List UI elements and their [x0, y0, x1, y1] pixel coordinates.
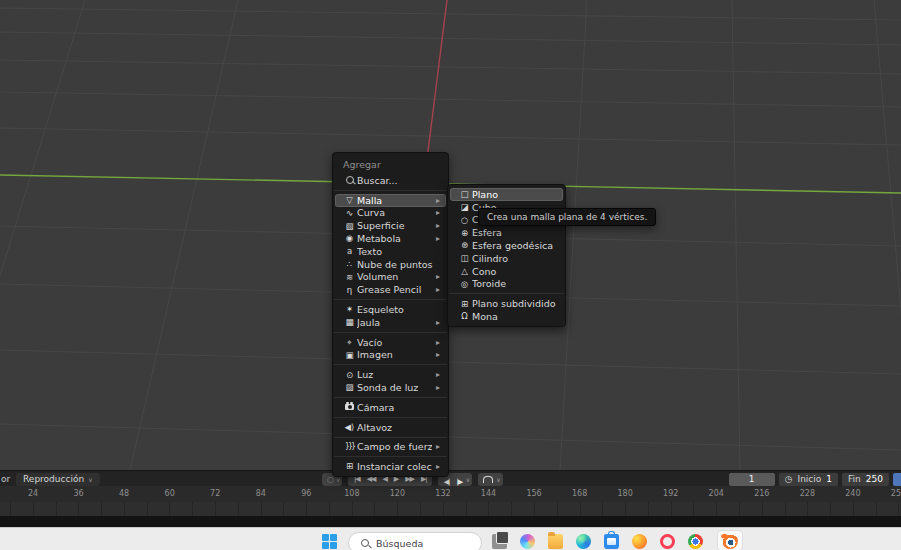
file-explorer-icon[interactable]	[548, 534, 563, 549]
edge-icon[interactable]	[576, 534, 591, 549]
menu-item-label: Sonda de luz	[357, 382, 432, 393]
menu-item-label: Esfera geodésica	[472, 240, 557, 251]
current-frame-field[interactable]: 1	[729, 473, 775, 486]
menu-item-cilindro[interactable]: ◫Cilindro	[450, 252, 563, 265]
cone-icon: △	[457, 267, 472, 276]
menu-item-sonda-de-luz[interactable]: ▨Sonda de luz▸	[335, 381, 446, 394]
menu-item-grease-pencil[interactable]: ηGrease Pencil▸	[335, 283, 446, 296]
menu-separator	[449, 293, 564, 294]
ruler-frame-label: 252	[891, 489, 901, 498]
clipped-blue-button[interactable]	[893, 473, 901, 486]
menu-item-buscar[interactable]: Buscar...	[335, 174, 446, 187]
surface-icon: ▧	[342, 222, 357, 231]
add-menu: Agregar Buscar... ▽Malla▸∿Curva▸▧Superfi…	[332, 152, 449, 477]
menu-separator	[334, 364, 447, 365]
pointcloud-icon: ∴	[342, 260, 357, 269]
grid-icon: ⊞	[457, 300, 472, 309]
chevron-down-icon[interactable]: ∨	[466, 476, 470, 483]
ruler-frame-label: 204	[709, 489, 724, 498]
menu-item-camara[interactable]: Cámara	[335, 401, 446, 414]
ruler-frame-label: 156	[526, 489, 541, 498]
frame-start-field[interactable]: ◷ Inicio 1	[779, 473, 838, 486]
menu-item-volumen[interactable]: ≋Volumen▸	[335, 271, 446, 284]
menu-item-label: Curva	[357, 207, 432, 218]
menu-item-label: Cilindro	[472, 253, 557, 264]
menu-item-metabola[interactable]: ◉Metabola▸	[335, 232, 446, 245]
ruler-frame-label: 216	[754, 489, 769, 498]
mesh-submenu: □Plano◪Cubo○Círculo⊕Esfera⊛Esfera geodés…	[447, 184, 566, 327]
frame-forward-button[interactable]: |▶	[453, 478, 466, 486]
menu-item-label: Esqueleto	[357, 304, 440, 315]
frame-end-field[interactable]: Fin 250	[842, 473, 889, 486]
opera-icon[interactable]	[660, 534, 675, 549]
menu-item-cono[interactable]: △Cono	[450, 265, 563, 278]
menu-item-instanciar-coleccion[interactable]: ⊞Instanciar colección▸	[335, 460, 446, 473]
menu-item-jaula[interactable]: ▦Jaula▸	[335, 316, 446, 329]
ruler-frame-label: 120	[390, 489, 405, 498]
volume-icon: ≋	[342, 273, 357, 282]
snap-magnet-icon[interactable]	[483, 476, 493, 483]
end-value: 250	[866, 474, 883, 484]
menu-item-curva[interactable]: ∿Curva▸	[335, 207, 446, 220]
ruler-frame-label: 168	[572, 489, 587, 498]
menu-item-label: Campo de fuerza	[357, 441, 432, 452]
cut-menu-text: or	[1, 474, 10, 484]
submenu-arrow-icon: ▸	[436, 196, 440, 205]
image-icon: ▣	[342, 351, 357, 360]
menu-item-label: Jaula	[357, 317, 432, 328]
blender-taskbar-button[interactable]	[717, 530, 743, 550]
chevron-down-icon[interactable]: ∨	[496, 476, 500, 483]
playback-menu-button[interactable]: Reproducción ∨	[16, 473, 100, 486]
blender-icon	[722, 533, 738, 549]
submenu-arrow-icon: ▸	[436, 318, 440, 327]
submenu-arrow-icon: ▸	[436, 234, 440, 243]
frame-back-button[interactable]: ◀|	[440, 478, 453, 486]
monkey-icon: Ω	[457, 312, 472, 321]
lattice-icon: ▦	[342, 318, 357, 327]
end-label: Fin	[848, 474, 861, 484]
menu-item-nube-de-puntos[interactable]: ∴Nube de puntos	[335, 258, 446, 271]
menu-item-altavoz[interactable]: ◀⟩Altavoz	[335, 421, 446, 434]
menu-item-vacio[interactable]: ⌖Vacío▸	[335, 336, 446, 349]
menu-item-esfera-geodesica[interactable]: ⊛Esfera geodésica	[450, 239, 563, 252]
menu-item-superficie[interactable]: ▧Superficie▸	[335, 219, 446, 232]
copilot-icon[interactable]	[520, 534, 535, 549]
menu-item-mona[interactable]: ΩMona	[450, 310, 563, 323]
menu-item-esfera[interactable]: ⊕Esfera	[450, 226, 563, 239]
menu-item-imagen[interactable]: ▣Imagen▸	[335, 349, 446, 362]
playback-menu-label: Reproducción	[23, 474, 84, 484]
ruler-frame-label: 36	[73, 489, 83, 498]
curve-icon: ∿	[342, 209, 357, 218]
store-icon[interactable]	[604, 534, 619, 549]
menu-item-label: Buscar...	[357, 175, 440, 186]
task-view-icon[interactable]	[492, 534, 507, 549]
submenu-arrow-icon: ▸	[436, 272, 440, 281]
menu-item-label: Cono	[472, 266, 557, 277]
firefox-icon[interactable]	[632, 534, 647, 549]
menu-item-luz[interactable]: ⊙Luz▸	[335, 368, 446, 381]
light-icon: ⊙	[342, 371, 357, 380]
menu-item-plano-subdividido[interactable]: ⊞Plano subdividido	[450, 297, 563, 310]
menu-item-malla[interactable]: ▽Malla▸	[335, 194, 446, 207]
menu-item-label: Cámara	[357, 402, 440, 413]
menu-item-label: Grease Pencil	[357, 284, 432, 295]
chrome-icon[interactable]	[688, 534, 703, 549]
taskbar-search[interactable]: Búsqueda	[348, 532, 482, 550]
windows-taskbar: Búsqueda	[0, 527, 901, 550]
armature-icon: ✶	[342, 305, 357, 314]
submenu-arrow-icon: ▸	[436, 462, 440, 471]
ruler-frame-label: 84	[256, 489, 266, 498]
windows-start-button[interactable]	[322, 534, 337, 549]
menu-item-esqueleto[interactable]: ✶Esqueleto	[335, 303, 446, 316]
submenu-arrow-icon: ▸	[436, 338, 440, 347]
menu-separator	[334, 417, 447, 418]
snap-group: ∨	[478, 473, 502, 486]
timeline-ruler[interactable]: 2436486072849610812013214415616818019220…	[0, 486, 901, 502]
menu-item-plano[interactable]: □Plano	[450, 188, 563, 201]
circle-icon: ○	[457, 216, 472, 225]
timeline-track-area[interactable]	[0, 502, 901, 516]
menu-item-texto[interactable]: aTexto	[335, 245, 446, 258]
menu-item-toroide[interactable]: ◎Toroide	[450, 278, 563, 291]
menu-item-campo-de-fuerza[interactable]: }}}Campo de fuerza▸	[335, 441, 446, 454]
menu-separator	[334, 456, 447, 457]
